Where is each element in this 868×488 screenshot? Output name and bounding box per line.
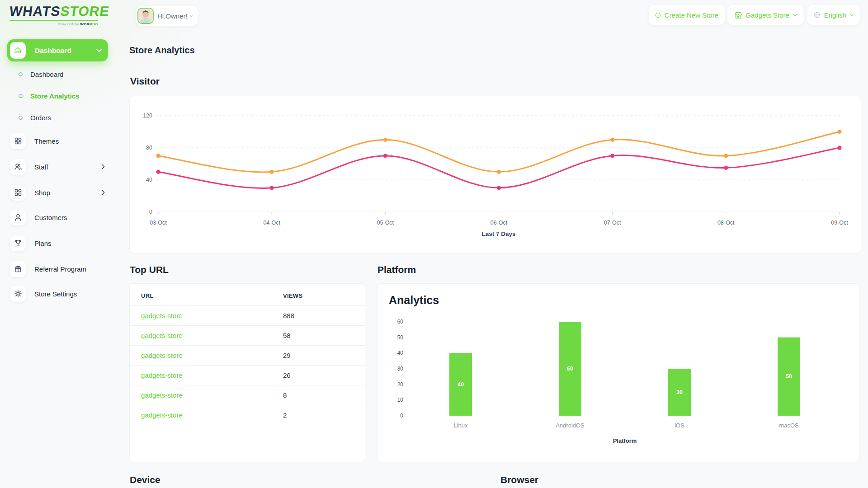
create-new-store-label: Create New Store	[665, 11, 718, 19]
bullet-icon	[18, 94, 23, 99]
sidebar-item-staff[interactable]: Staff	[10, 157, 108, 176]
table-row: gadgets-store2	[130, 405, 365, 425]
data-point	[838, 130, 842, 134]
user-icon	[10, 210, 26, 225]
data-point	[838, 146, 842, 150]
top-url-heading: Top URL	[130, 264, 169, 275]
views-value: 8	[283, 385, 365, 405]
avatar-image	[138, 9, 153, 23]
svg-text:Platform: Platform	[613, 437, 637, 444]
svg-text:60: 60	[397, 319, 404, 325]
svg-text:AndroidOS: AndroidOS	[556, 422, 585, 429]
data-point	[610, 138, 614, 142]
gear-icon	[10, 286, 26, 302]
logo-powered-by: Powered By WORKDO	[9, 22, 98, 26]
avatar	[137, 8, 154, 24]
table-row: gadgets-store58	[130, 326, 365, 346]
greeting-label: Hi,Owner!	[157, 12, 188, 20]
svg-text:0: 0	[400, 413, 403, 419]
svg-text:20: 20	[397, 381, 404, 388]
table-row: gadgets-store888	[130, 306, 365, 326]
data-point	[270, 186, 274, 190]
svg-text:08-Oct: 08-Oct	[717, 220, 735, 226]
sidebar-item-label: Referral Program	[34, 265, 108, 273]
sidebar-item-shop[interactable]: Shop	[10, 183, 108, 202]
user-menu[interactable]: Hi,Owner!	[136, 6, 198, 26]
sidebar-sub-label: Dashboard	[30, 70, 63, 78]
svg-text:30: 30	[676, 389, 683, 395]
svg-text:07-Oct: 07-Oct	[604, 220, 621, 226]
table-row: gadgets-store8	[130, 385, 365, 405]
views-value: 2	[283, 405, 365, 425]
sidebar-item-dashboard[interactable]: Dashboard	[18, 70, 108, 79]
svg-text:0: 0	[149, 209, 152, 215]
top-url-link[interactable]: gadgets-store	[130, 306, 283, 326]
svg-text:10: 10	[397, 397, 404, 403]
data-point	[383, 138, 387, 142]
sidebar-item-store-settings[interactable]: Store Settings	[10, 284, 108, 303]
sidebar-item-dashboard-main[interactable]: Dashboard	[7, 39, 108, 61]
svg-text:60: 60	[567, 366, 573, 372]
svg-text:120: 120	[143, 113, 152, 119]
top-url-card: URL VIEWS gadgets-store888gadgets-store5…	[129, 283, 365, 462]
sidebar-item-referral-program[interactable]: Referral Program	[10, 259, 108, 278]
sidebar-item-label: Plans	[34, 239, 108, 247]
top-url-link[interactable]: gadgets-store	[130, 385, 283, 405]
table-row: gadgets-store29	[130, 346, 365, 366]
gift-icon	[10, 261, 26, 277]
svg-text:40: 40	[146, 177, 152, 183]
svg-text:09-Oct: 09-Oct	[831, 220, 848, 226]
top-url-link[interactable]: gadgets-store	[130, 405, 283, 425]
storefront-icon	[734, 10, 742, 19]
svg-text:80: 80	[146, 145, 152, 151]
sidebar-item-customers[interactable]: Customers	[10, 208, 108, 227]
top-url-link[interactable]: gadgets-store	[130, 366, 283, 385]
plus-circle-icon	[655, 11, 661, 19]
svg-text:06-Oct: 06-Oct	[491, 220, 508, 226]
top-url-table: URL VIEWS gadgets-store888gadgets-store5…	[130, 284, 365, 425]
svg-text:Linux: Linux	[453, 422, 468, 429]
visitor-line-chart: 0408012003-Oct04-Oct05-Oct06-Oct07-Oct08…	[130, 96, 861, 253]
whatsstore-logo[interactable]: WHATSSTORE Powered By WORKDO	[9, 5, 104, 26]
views-value: 29	[283, 346, 365, 366]
views-value: 58	[283, 326, 365, 346]
sidebar-item-plans[interactable]: Plans	[10, 234, 108, 253]
data-point	[497, 170, 501, 174]
chevron-down-icon	[190, 14, 193, 18]
data-point	[270, 170, 274, 174]
sidebar-item-label: Customers	[34, 214, 108, 221]
svg-text:04-Oct: 04-Oct	[263, 220, 280, 226]
sidebar-sub-label: Orders	[30, 114, 51, 122]
svg-text:macOS: macOS	[779, 422, 799, 429]
svg-text:40: 40	[458, 381, 464, 388]
sidebar-item-orders[interactable]: Orders	[18, 113, 108, 122]
sidebar-main-label: Dashboard	[35, 47, 96, 55]
visitor-chart-card: 0408012003-Oct04-Oct05-Oct06-Oct07-Oct08…	[129, 96, 861, 253]
data-point	[497, 186, 501, 190]
grid-icon	[10, 133, 26, 149]
browser-heading: Browser	[500, 474, 538, 485]
visitor-heading: Visitor	[130, 76, 160, 87]
sidebar-item-store-analytics[interactable]: Store Analytics	[18, 91, 108, 100]
svg-text:iOS: iOS	[675, 422, 684, 429]
sidebar-item-label: Staff	[34, 163, 101, 171]
column-header-views: VIEWS	[283, 284, 365, 306]
create-new-store-button[interactable]: Create New Store	[649, 5, 725, 25]
bullet-icon	[18, 115, 23, 120]
sidebar-item-label: Store Settings	[34, 290, 108, 298]
store-selector[interactable]: Gadgets Store	[727, 5, 804, 25]
sidebar-sub-label: Store Analytics	[30, 92, 80, 100]
logo-underline	[9, 20, 98, 21]
top-url-link[interactable]: gadgets-store	[130, 346, 283, 366]
svg-text:30: 30	[397, 366, 404, 372]
top-url-link[interactable]: gadgets-store	[130, 326, 283, 346]
platform-heading: Platform	[377, 264, 416, 275]
chevron-down-icon	[850, 14, 854, 17]
trophy-icon	[10, 235, 26, 251]
sidebar-item-themes[interactable]: Themes	[10, 131, 108, 150]
language-selector[interactable]: English	[807, 5, 860, 25]
data-point	[156, 154, 160, 158]
svg-text:03-Oct: 03-Oct	[150, 220, 167, 226]
platform-chart-card: Analytics 010203040506040Linux60AndroidO…	[377, 283, 860, 462]
data-point	[724, 154, 728, 158]
